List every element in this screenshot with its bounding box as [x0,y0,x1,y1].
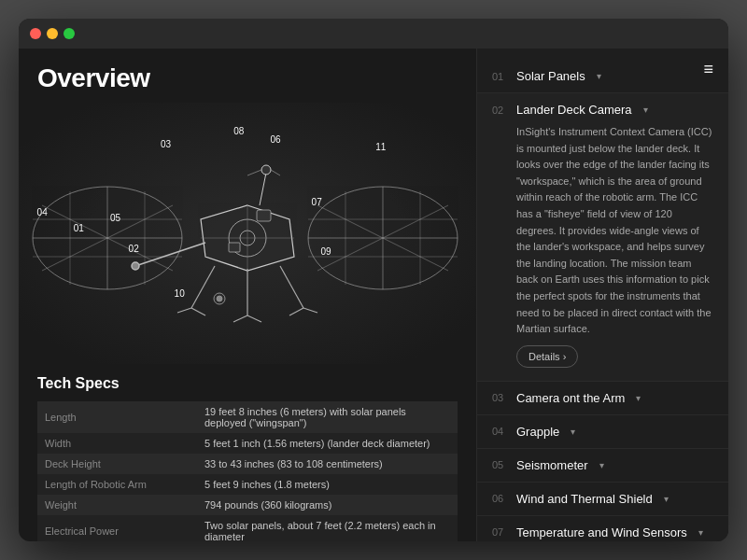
diagram-label-05: 05 [110,213,120,223]
diagram-label-03: 03 [161,139,171,149]
spec-row: Length of Robotic Arm5 feet 9 inches (1.… [37,474,458,495]
spec-value: 19 feet 8 inches (6 meters) with solar p… [197,401,458,433]
component-header: 03 Camera ont the Arm ▾ [492,391,713,405]
header: Overview [19,49,476,103]
spec-row: Deck Height33 to 43 inches (83 to 108 ce… [37,454,458,474]
component-name: Temperature and Wind Sensors [516,525,687,539]
component-item[interactable]: 05 Seismometer ▾ [477,449,728,483]
component-header: 02 Lander Deck Camera ▾ [492,103,713,117]
component-item[interactable]: 02 Lander Deck Camera ▾ InSight's Instru… [477,93,728,382]
component-description: InSight's Instrument Context Camera (ICC… [516,124,713,338]
component-item[interactable]: 01 Solar Panels ▾ [477,60,728,93]
specs-table: Length19 feet 8 inches (6 meters) with s… [37,401,458,541]
close-button[interactable] [30,28,41,39]
component-name: Seismometer [516,458,588,472]
component-header: 01 Solar Panels ▾ [492,69,713,83]
component-body: InSight's Instrument Context Camera (ICC… [492,117,713,371]
component-number: 02 [492,105,509,116]
component-name: Camera ont the Arm [516,391,625,405]
diagram-label-02: 02 [129,244,139,254]
component-number: 01 [492,71,509,82]
spacecraft-svg [19,103,476,364]
diagram-label-01: 01 [74,223,84,233]
chevron-down-icon: ▾ [664,494,669,504]
chevron-down-icon: ▾ [597,71,601,81]
svg-rect-25 [229,243,240,252]
diagram-label-06: 06 [271,134,281,145]
spec-label: Electrical Power [37,515,197,541]
component-name: Grapple [516,425,559,439]
component-list: 01 Solar Panels ▾ 02 Lander Deck Camera … [477,49,728,541]
right-panel[interactable]: ≡ 01 Solar Panels ▾ 02 Lander Deck Camer… [476,49,728,541]
menu-icon[interactable]: ≡ [703,60,713,79]
component-item[interactable]: 06 Wind and Thermal Shield ▾ [477,483,728,516]
chevron-down-icon: ▾ [599,460,604,470]
diagram-label-09: 09 [320,246,331,257]
spec-label: Weight [37,495,197,515]
component-number: 07 [492,526,509,538]
component-name: Lander Deck Camera [516,103,632,117]
tech-specs-section: Tech Specs Length19 feet 8 inches (6 met… [19,364,476,541]
diagram-label-04: 04 [37,207,48,217]
spec-label: Deck Height [37,454,197,474]
diagram-label-08: 08 [233,126,244,136]
details-button[interactable]: Details › [516,345,578,368]
svg-point-39 [261,165,271,175]
spec-value: 33 to 43 inches (83 to 108 centimeters) [197,454,458,474]
spec-value: 794 pounds (360 kilograms) [197,495,458,515]
diagram-label-11: 11 [375,142,386,152]
component-number: 03 [492,392,509,403]
spec-value: 5 feet 9 inches (1.8 meters) [197,474,458,495]
chevron-down-icon: ▾ [643,105,648,115]
component-name: Wind and Thermal Shield [516,492,653,506]
component-number: 06 [492,493,509,504]
spec-label: Length [37,401,197,433]
component-item[interactable]: 07 Temperature and Wind Sensors ▾ [477,516,728,541]
left-panel: Overview [19,49,476,541]
diagram-label-07: 07 [312,197,322,207]
diagram-label-10: 10 [175,288,185,299]
spec-label: Width [37,433,197,454]
main-content: Overview [19,49,728,541]
chevron-down-icon: ▾ [698,527,703,538]
tech-specs-title: Tech Specs [37,375,458,392]
spec-row: Length19 feet 8 inches (6 meters) with s… [37,401,458,433]
svg-rect-24 [257,210,271,221]
spec-value: 5 feet 1 inch (1.56 meters) (lander deck… [197,433,458,454]
titlebar [19,19,728,49]
component-name: Solar Panels [516,69,585,83]
component-header: 04 Grapple ▾ [492,425,713,439]
component-item[interactable]: 04 Grapple ▾ [477,415,728,449]
spec-label: Length of Robotic Arm [37,474,197,495]
component-header: 05 Seismometer ▾ [492,458,713,472]
traffic-lights [30,28,75,39]
spec-row: Weight794 pounds (360 kilograms) [37,495,458,515]
spec-value: Two solar panels, about 7 feet (2.2 mete… [197,515,458,541]
component-header: 07 Temperature and Wind Sensors ▾ [492,525,713,539]
page-title: Overview [37,63,458,93]
chevron-down-icon: ▾ [636,393,641,403]
spec-row: Width5 feet 1 inch (1.56 meters) (lander… [37,433,458,454]
chevron-down-icon: ▾ [571,427,575,437]
app-window: Overview [19,19,728,541]
component-number: 04 [492,426,509,437]
component-item[interactable]: 03 Camera ont the Arm ▾ [477,382,728,415]
maximize-button[interactable] [63,28,75,39]
svg-point-37 [132,262,139,270]
spacecraft-diagram: 01 02 03 04 05 06 07 08 09 10 11 [19,103,476,364]
minimize-button[interactable] [47,28,58,39]
component-number: 05 [492,459,509,470]
component-header: 06 Wind and Thermal Shield ▾ [492,492,713,506]
svg-point-43 [217,296,222,301]
spec-row: Electrical PowerTwo solar panels, about … [37,515,458,541]
